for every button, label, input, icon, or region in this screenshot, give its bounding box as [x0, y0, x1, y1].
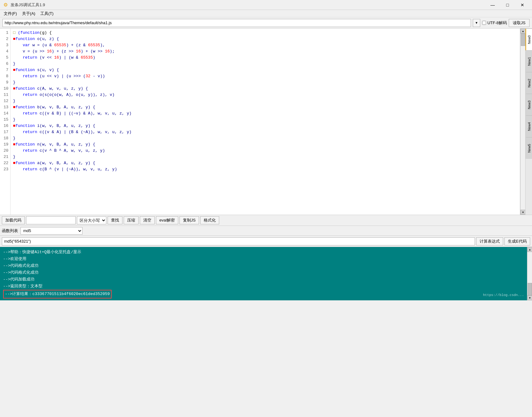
maximize-button[interactable]: □	[500, 0, 515, 10]
log-line-4: -->代码加载成功	[3, 276, 524, 283]
menu-bar: 文件(F) 关于(A) 工具(T)	[0, 10, 532, 17]
title-bar-controls: — □ ✕	[485, 0, 530, 10]
log-line-2: -->代码格式化成功	[3, 262, 524, 269]
clear-button[interactable]: 清空	[140, 216, 155, 224]
log-scroll-down-button[interactable]: ▼	[527, 295, 532, 300]
sidebar-tab-new4[interactable]: New4	[525, 115, 532, 137]
minimize-button[interactable]: —	[485, 0, 500, 10]
case-sensitive-select[interactable]: 区分大小写 忽略大小写	[77, 216, 106, 224]
watermark: https://blog.csdn...	[483, 292, 524, 298]
sidebar-tab-new2[interactable]: New2	[525, 72, 532, 94]
url-dropdown-button[interactable]: ▼	[473, 19, 480, 27]
calc-expression-button[interactable]: 计算表达式	[476, 237, 503, 245]
log-scroll-up-button[interactable]: ▲	[527, 247, 532, 252]
log-area: -->帮助：快捷键Alt+Q最小化至托盘/显示 -->欢迎使用 -->代码格式化…	[0, 247, 527, 300]
code-scrollbar[interactable]: ▲ ▼	[520, 29, 525, 215]
utf8-checkbox-label[interactable]: UTF-8解码	[482, 20, 507, 26]
func-list-label: 函数列表	[2, 228, 18, 234]
sidebar-tab-new5[interactable]: New5	[525, 137, 532, 159]
log-scroll-thumb[interactable]	[528, 283, 532, 295]
menu-file[interactable]: 文件(F)	[1, 10, 20, 17]
log-line-3: -->代码格式化成功	[3, 269, 524, 276]
scroll-down-button[interactable]: ▼	[521, 210, 525, 215]
sidebar-tab-new0[interactable]: New0	[525, 29, 532, 50]
title-bar: ⚙ 发条JS调试工具1.9 — □ ✕	[0, 0, 532, 10]
sidebar-tab-new3[interactable]: New3	[525, 94, 532, 115]
find-button[interactable]: 查找	[108, 216, 122, 224]
expr-row: 计算表达式 生成E代码	[0, 236, 532, 247]
func-row: 函数列表 md5	[0, 226, 532, 236]
utf8-label: UTF-8解码	[487, 20, 507, 26]
close-button[interactable]: ✕	[515, 0, 530, 10]
sidebar-tabs: New0 New1 New2 New3 New4 New5	[525, 29, 532, 215]
load-code-button[interactable]: 加载代码	[2, 216, 25, 224]
log-scrollbar[interactable]: ▲ ▼	[527, 247, 532, 300]
scroll-thumb[interactable]	[521, 34, 525, 46]
utf8-checkbox[interactable]	[482, 21, 486, 25]
menu-about[interactable]: 关于(A)	[20, 10, 38, 17]
code-panel: 12345 678910 1112131415 1617181920 21222…	[0, 29, 520, 215]
title-bar-text: 发条JS调试工具1.9	[11, 2, 485, 8]
log-line-0: -->帮助：快捷键Alt+Q最小化至托盘/显示	[3, 249, 524, 256]
search-input[interactable]	[26, 216, 76, 224]
menu-tools[interactable]: 工具(T)	[38, 10, 56, 17]
line-numbers: 12345 678910 1112131415 1617181920 21222…	[0, 29, 11, 215]
format-button[interactable]: 格式化	[200, 216, 219, 224]
main-area: 12345 678910 1112131415 1617181920 21222…	[0, 29, 532, 215]
expression-input[interactable]	[2, 237, 475, 245]
log-line-5: -->返回类型：文本型	[3, 283, 524, 290]
log-line-6: -->计算结果：c33367701511b4f6020ec61ded352059	[3, 290, 524, 298]
compress-button[interactable]: 压缩	[124, 216, 139, 224]
scroll-track[interactable]	[521, 34, 525, 210]
url-input[interactable]	[2, 19, 471, 27]
bottom-container: -->帮助：快捷键Alt+Q最小化至托盘/显示 -->欢迎使用 -->代码格式化…	[0, 247, 532, 300]
log-line-1: -->欢迎使用	[3, 256, 524, 262]
code-content[interactable]: □ (function(g) { ■function o(u, z) { var…	[11, 29, 520, 215]
gen-code-button[interactable]: 生成E代码	[504, 237, 530, 245]
copy-js-button[interactable]: 复制JS	[180, 216, 199, 224]
sidebar-tab-new1[interactable]: New1	[525, 50, 532, 72]
eval-decrypt-button[interactable]: eval解密	[156, 216, 178, 224]
url-bar: ▼ UTF-8解码 读取JS	[0, 17, 532, 29]
func-list-select[interactable]: md5	[20, 227, 82, 235]
app-icon: ⚙	[2, 2, 9, 8]
scroll-up-button[interactable]: ▲	[521, 29, 525, 34]
log-scroll-track[interactable]	[527, 252, 532, 295]
read-js-button[interactable]: 读取JS	[509, 19, 530, 27]
toolbar: 加载代码 区分大小写 忽略大小写 查找 压缩 清空 eval解密 复制JS 格式…	[0, 215, 532, 226]
